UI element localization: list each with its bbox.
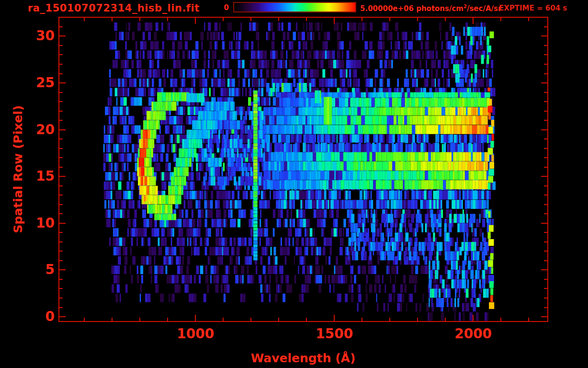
colorbar-max-superscript: 2 bbox=[464, 4, 467, 9]
x-axis-tick bbox=[306, 318, 307, 321]
y-axis-tick bbox=[59, 307, 63, 308]
y-axis-tick bbox=[544, 101, 547, 102]
y-axis-tick bbox=[541, 223, 547, 224]
y-axis-tick bbox=[59, 138, 63, 139]
x-axis-tick bbox=[250, 18, 251, 21]
x-axis-tick bbox=[334, 18, 335, 24]
y-axis-tick bbox=[59, 45, 63, 46]
y-axis-tick bbox=[59, 185, 63, 186]
colorbar-max-suffix: /sec/A/sr bbox=[467, 4, 501, 13]
y-axis-tick bbox=[544, 54, 547, 55]
y-axis-tick bbox=[59, 148, 63, 149]
y-axis-tick bbox=[544, 73, 547, 74]
y-axis-tick bbox=[544, 242, 547, 242]
y-axis-tick bbox=[544, 232, 547, 233]
y-axis-tick bbox=[59, 232, 63, 233]
y-axis-tick bbox=[59, 26, 63, 27]
y-axis-tick bbox=[544, 120, 547, 121]
y-axis-tick bbox=[544, 185, 547, 186]
spectral-image-plot: ra_150107072314_hisb_lin.fit 0 5.00000e+… bbox=[0, 0, 588, 368]
y-axis-tick bbox=[541, 129, 547, 130]
y-axis-tick bbox=[544, 260, 547, 261]
y-axis-tick bbox=[59, 176, 66, 177]
x-axis-tick bbox=[223, 318, 224, 321]
y-axis-tick bbox=[544, 148, 547, 149]
x-tick-label: 2000 bbox=[440, 326, 507, 342]
y-axis-tick bbox=[59, 64, 63, 65]
y-tick-label: 5 bbox=[12, 262, 55, 277]
y-axis-tick bbox=[59, 82, 66, 83]
y-axis-tick bbox=[544, 279, 547, 280]
y-axis-tick bbox=[59, 167, 63, 168]
y-axis-tick bbox=[541, 176, 547, 177]
y-axis-tick bbox=[59, 129, 66, 130]
x-axis-tick bbox=[278, 18, 279, 21]
colorbar-max-prefix: 5.00000e+06 photons/cm bbox=[360, 4, 464, 13]
x-axis-tick bbox=[306, 18, 307, 21]
y-axis-tick bbox=[59, 260, 63, 261]
y-axis-tick bbox=[541, 82, 547, 83]
y-axis-title: Spatial Row (Pixel) bbox=[11, 105, 25, 233]
y-axis-tick bbox=[544, 251, 547, 252]
y-axis-tick bbox=[544, 45, 547, 46]
y-axis-tick bbox=[59, 213, 63, 214]
y-axis-tick bbox=[544, 26, 547, 27]
x-tick-label: 1500 bbox=[301, 326, 368, 342]
x-axis-tick bbox=[417, 318, 418, 321]
x-axis-tick bbox=[195, 18, 196, 24]
y-axis-tick bbox=[544, 157, 547, 158]
x-axis-tick bbox=[528, 318, 529, 321]
x-axis-tick bbox=[528, 18, 529, 21]
colorbar bbox=[233, 2, 356, 12]
y-axis-tick bbox=[59, 54, 63, 55]
y-axis-tick bbox=[59, 157, 63, 158]
y-axis-tick bbox=[59, 195, 63, 196]
y-axis-tick bbox=[59, 111, 63, 112]
plot-title: ra_150107072314_hisb_lin.fit bbox=[28, 2, 200, 14]
y-axis-tick bbox=[544, 111, 547, 112]
x-axis-tick bbox=[278, 318, 279, 321]
x-axis-tick bbox=[112, 18, 113, 21]
y-axis-tick bbox=[541, 316, 547, 317]
x-axis-tick bbox=[473, 18, 474, 24]
x-axis-tick bbox=[250, 318, 251, 321]
x-axis-tick bbox=[334, 315, 335, 321]
y-axis-tick bbox=[59, 298, 63, 299]
x-axis-tick bbox=[139, 318, 140, 321]
y-axis-tick bbox=[59, 73, 63, 74]
x-axis-title: Wavelength (Å) bbox=[251, 351, 356, 365]
y-axis-tick bbox=[544, 288, 547, 289]
y-axis-tick bbox=[59, 242, 63, 242]
y-axis-tick bbox=[544, 307, 547, 308]
y-axis-tick bbox=[59, 35, 66, 36]
y-axis-tick bbox=[59, 269, 66, 270]
colorbar-min-label: 0 bbox=[210, 3, 229, 12]
y-axis-tick bbox=[544, 92, 547, 93]
x-axis-tick bbox=[445, 318, 446, 321]
x-axis-tick bbox=[500, 18, 501, 21]
x-axis-tick bbox=[112, 318, 113, 321]
y-axis-tick bbox=[59, 204, 63, 205]
y-axis-tick bbox=[59, 251, 63, 252]
colorbar-max-label: 5.00000e+06 photons/cm2/sec/A/sr bbox=[360, 4, 501, 13]
y-axis-tick bbox=[541, 269, 547, 270]
x-axis-tick bbox=[362, 318, 362, 321]
y-tick-label: 30 bbox=[12, 28, 55, 44]
y-axis-tick bbox=[59, 120, 63, 121]
y-axis-tick bbox=[544, 167, 547, 168]
y-axis-tick bbox=[541, 35, 547, 36]
x-axis-tick bbox=[139, 18, 140, 21]
y-axis-tick bbox=[59, 101, 63, 102]
y-axis-tick bbox=[544, 138, 547, 139]
y-axis-tick bbox=[544, 64, 547, 65]
y-tick-label: 25 bbox=[12, 75, 55, 91]
plot-frame bbox=[58, 17, 548, 322]
x-axis-tick bbox=[167, 18, 168, 21]
x-axis-tick bbox=[223, 18, 224, 21]
x-axis-tick bbox=[417, 18, 418, 21]
x-tick-label: 1000 bbox=[162, 326, 229, 342]
x-axis-tick bbox=[195, 315, 196, 321]
y-axis-tick bbox=[544, 204, 547, 205]
x-axis-tick bbox=[473, 315, 474, 321]
y-axis-tick bbox=[544, 298, 547, 299]
